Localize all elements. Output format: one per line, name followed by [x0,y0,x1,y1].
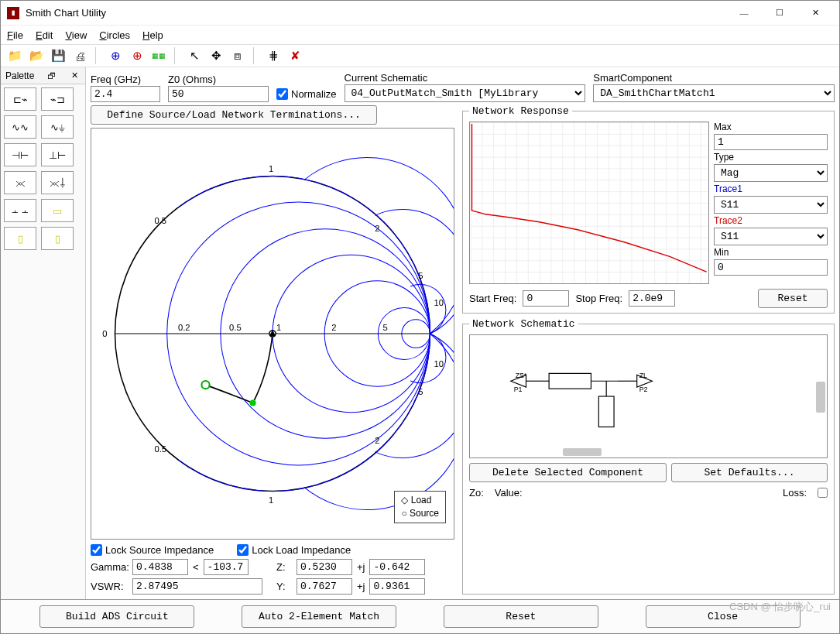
palette-shunt-open[interactable]: ⊏⌁ [4,87,36,111]
z-im-input[interactable] [369,559,425,575]
palette-stub-1[interactable]: ▯ [4,227,36,250]
stop-freq-label: Stop Freq: [575,293,622,304]
z0-input[interactable] [168,86,269,102]
snap-icon[interactable]: ⋕ [264,46,283,65]
menubar: File Edit View Circles Help [1,26,839,44]
y-im-input[interactable] [369,578,425,595]
y-re-input[interactable] [297,578,352,595]
palette-shunt-l[interactable]: ∿⏚ [41,115,74,139]
save-icon[interactable]: 💾 [49,46,67,65]
build-circuit-button[interactable]: Build ADS Circuit [39,605,194,628]
network-response-fieldset: Network Response Max [462,105,835,314]
svg-text:5: 5 [418,271,423,280]
grid-icon[interactable]: ▦▦ [149,46,168,65]
type-label: Type [714,152,828,163]
palette-series-r[interactable]: ⩙ [4,171,36,194]
schematic-label: Current Schematic [345,72,586,84]
menu-edit[interactable]: Edit [36,29,53,41]
smith-legend: ◇ Load ○ Source [394,491,446,523]
menu-view[interactable]: View [65,29,87,41]
z-re-input[interactable] [297,559,352,575]
smith-red-icon[interactable]: ⊕ [128,46,146,65]
svg-point-24 [201,381,209,389]
define-terminations-button[interactable]: Define Source/Load Network Terminations.… [91,105,377,125]
set-defaults-button[interactable]: Set Defaults... [671,463,828,482]
gamma-label: Gamma: [91,561,128,573]
app-icon: ▮ [7,7,19,19]
gamma-mag-input[interactable] [132,559,188,575]
start-freq-input[interactable] [523,290,569,307]
vswr-input[interactable] [132,578,262,595]
lock-load-checkbox[interactable] [237,544,249,556]
menu-file[interactable]: File [7,29,23,41]
minimize-button[interactable]: — [726,1,762,26]
z0-label: Z0 (Ohms) [168,74,269,85]
svg-rect-27 [470,122,708,283]
freq-input[interactable] [91,86,160,102]
palette-trl[interactable]: ⫠⫠ [4,199,36,222]
response-plot[interactable] [469,122,709,284]
trace2-select[interactable]: S11 [714,228,828,245]
y-plusj: +j [357,581,365,592]
menu-help[interactable]: Help [142,29,163,41]
response-reset-button[interactable]: Reset [758,289,828,308]
palette-series-l[interactable]: ∿∿ [4,115,36,139]
trace2-label: Trace2 [714,215,828,226]
palette-shunt-r[interactable]: ⩙⏚ [41,171,74,194]
maximize-button[interactable]: ☐ [762,1,797,26]
move-icon[interactable]: ✥ [207,46,225,65]
schematic-select[interactable]: 04_OutPutMatch_Smith [MyLibrary [345,84,586,102]
smith-blue-icon[interactable]: ⊕ [106,46,125,65]
palette-xfmr[interactable]: ▭ [41,199,74,222]
titlebar: ▮ Smith Chart Utility — ☐ ✕ [1,1,839,26]
palette-title: Palette [5,70,34,81]
type-select[interactable]: Mag [714,164,828,182]
z-plusj: +j [357,561,365,573]
delete-icon[interactable]: ✘ [286,46,304,65]
palette-stub-2[interactable]: ▯ [41,227,74,250]
min-input[interactable] [714,259,828,276]
max-label: Max [714,122,828,132]
bottom-bar: Build ADS Circuit Auto 2-Element Match R… [1,599,839,633]
svg-text:2: 2 [375,224,379,233]
schematic-scrollbar-v[interactable] [816,382,825,413]
palette-float-icon[interactable]: 🗗 [45,71,58,81]
normalize-checkbox[interactable] [276,88,288,100]
normalize-label: Normalize [291,88,337,100]
pointer-icon[interactable]: ↖ [185,46,204,65]
palette-shunt-short[interactable]: ⌁⊐ [41,87,74,111]
svg-point-25 [249,399,255,406]
gamma-angle-input[interactable] [204,559,249,575]
svg-text:1: 1 [269,164,273,173]
schematic-scrollbar-h[interactable] [563,448,602,456]
palette-shunt-c[interactable]: ⊥⊢ [41,143,74,166]
svg-text:0: 0 [102,329,107,338]
svg-text:5: 5 [382,323,387,332]
z-label: Z: [276,561,292,573]
trace1-select[interactable]: S11 [714,196,828,214]
auto-match-button[interactable]: Auto 2-Element Match [242,605,396,628]
smith-chart[interactable]: 0 0.2 0.5 1 2 5 1 1 0.5 0.5 2 [91,128,454,540]
stop-freq-input[interactable] [629,290,675,307]
new-icon[interactable]: 📁 [5,46,24,65]
smartcomponent-select[interactable]: DA_SmithChartMatch1 [593,84,835,102]
svg-text:10: 10 [434,359,444,368]
svg-text:1: 1 [276,323,281,332]
delete-component-button[interactable]: Delete Selected Component [469,463,667,482]
close-window-button[interactable]: ✕ [797,1,833,26]
network-response-legend: Network Response [469,105,572,117]
reset-button[interactable]: Reset [444,605,598,628]
svg-text:2: 2 [375,436,379,445]
open-icon[interactable]: 📂 [27,46,46,65]
lock-source-checkbox[interactable] [91,544,102,556]
print-icon[interactable]: 🖨 [70,46,89,65]
svg-text:0.5: 0.5 [154,216,166,225]
palette-close-icon[interactable]: ✕ [69,70,81,81]
menu-circles[interactable]: Circles [99,29,130,41]
max-input[interactable] [714,134,828,150]
zoom-select-icon[interactable]: ⧈ [228,46,247,65]
schematic-canvas[interactable]: ZS* P1 ZL P2 [469,334,828,458]
svg-text:1: 1 [269,495,273,505]
loss-checkbox[interactable] [818,488,828,498]
palette-series-c[interactable]: ⊣⊢ [4,143,36,166]
